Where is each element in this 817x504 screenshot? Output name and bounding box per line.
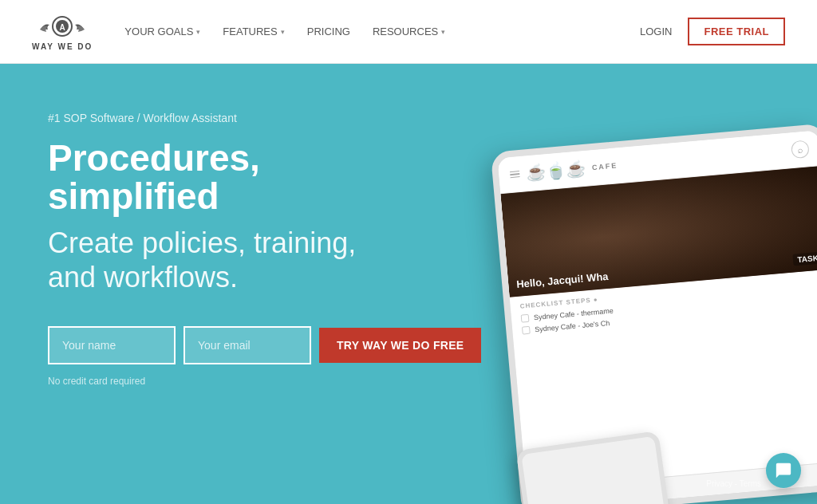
checkbox[interactable] (522, 326, 531, 335)
search-icon[interactable]: ⌕ (791, 140, 810, 159)
name-input[interactable] (48, 326, 176, 364)
hero-content: #1 SOP Software / Workflow Assistant Pro… (48, 112, 415, 387)
nav-your-goals[interactable]: YOUR GOALS ▾ (124, 26, 200, 37)
header-right: LOGIN FREE TRIAL (640, 18, 785, 45)
cta-button[interactable]: TRY WAY WE DO FREE (319, 328, 481, 363)
cafe-label: CAFE (591, 161, 618, 171)
chat-button[interactable] (766, 453, 801, 488)
nav-pricing[interactable]: PRICING (307, 26, 350, 37)
chevron-down-icon: ▾ (281, 28, 285, 36)
checkbox[interactable] (521, 314, 530, 323)
logo-emblem: A (38, 12, 86, 41)
hero-title: Procedures, simplified (48, 139, 415, 216)
device-mockup: ☕🍵☕ CAFE ⌕ Hello, Jacqui! Wha TASK CHECK… (426, 137, 817, 504)
app-logo: ☕🍵☕ CAFE (525, 156, 618, 183)
logo[interactable]: A WAY WE DO (32, 12, 93, 51)
nav-resources[interactable]: RESOURCES ▾ (373, 26, 445, 37)
hero-section: #1 SOP Software / Workflow Assistant Pro… (0, 64, 817, 504)
coffee-icon: ☕🍵☕ (525, 159, 586, 183)
hamburger-icon (510, 171, 520, 179)
nav-features[interactable]: FEATURES ▾ (223, 26, 284, 37)
signup-form: TRY WAY WE DO FREE (48, 326, 415, 364)
task-label: TASK (792, 251, 817, 266)
email-input[interactable] (184, 326, 311, 364)
logo-text: WAY WE DO (32, 42, 93, 51)
chevron-down-icon: ▾ (196, 28, 200, 36)
privacy-notice: Privacy - Terms (706, 479, 761, 488)
main-nav: YOUR GOALS ▾ FEATURES ▾ PRICING RESOURCE… (124, 26, 640, 37)
hero-description: Create policies, training,and workflows. (48, 226, 415, 294)
chevron-down-icon: ▾ (441, 28, 445, 36)
svg-text:A: A (60, 23, 65, 32)
checklist-item-label: Sydney Cafe - Joe's Ch (535, 319, 610, 333)
site-header: A WAY WE DO YOUR GOALS ▾ FEATURES ▾ PRIC… (0, 0, 817, 64)
no-cc-text: No credit card required (48, 376, 415, 387)
hero-subtitle: #1 SOP Software / Workflow Assistant (48, 112, 415, 124)
login-button[interactable]: LOGIN (640, 26, 672, 37)
free-trial-button[interactable]: FREE TRIAL (688, 18, 785, 45)
